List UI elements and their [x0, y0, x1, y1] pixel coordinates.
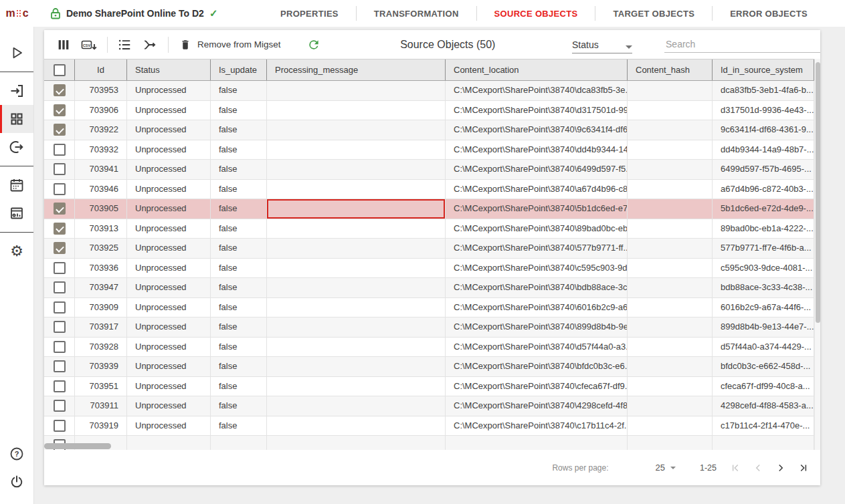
- cell-processing-message: [267, 199, 446, 219]
- row-checkbox[interactable]: [54, 420, 66, 432]
- row-checkbox[interactable]: [54, 163, 66, 175]
- row-checkbox-cell[interactable]: [44, 120, 75, 140]
- row-checkbox[interactable]: [54, 183, 66, 195]
- last-page-button[interactable]: [795, 460, 812, 476]
- row-checkbox[interactable]: [54, 301, 66, 313]
- choose-columns-button[interactable]: [54, 35, 74, 55]
- row-checkbox[interactable]: [54, 321, 66, 333]
- row-checkbox-cell[interactable]: [44, 239, 75, 258]
- table-row[interactable]: 703922 Unprocessed false C:\MCexport\Sha…: [44, 120, 820, 140]
- row-checkbox[interactable]: [54, 144, 66, 156]
- status-filter-select[interactable]: Status: [572, 36, 632, 53]
- next-page-button[interactable]: [773, 460, 789, 476]
- select-all-checkbox-cell[interactable]: [44, 59, 75, 80]
- row-checkbox-cell[interactable]: [44, 219, 75, 239]
- row-checkbox[interactable]: [54, 104, 66, 116]
- row-checkbox[interactable]: [54, 400, 66, 412]
- row-checkbox-cell[interactable]: [44, 396, 75, 416]
- column-header-processing-message[interactable]: Processing_message: [267, 59, 446, 80]
- table-row[interactable]: 703953 Unprocessed false C:\MCexport\Sha…: [44, 81, 820, 101]
- search-input[interactable]: [664, 36, 820, 53]
- table-row[interactable]: 703913 Unprocessed false C:\MCexport\Sha…: [44, 219, 820, 239]
- table-row[interactable]: 703919 Unprocessed false C:\MCexport\Sha…: [44, 416, 820, 436]
- list-view-button[interactable]: [114, 35, 134, 55]
- cell-status: Unprocessed: [127, 298, 211, 318]
- column-header-content-location[interactable]: Content_location: [446, 59, 628, 80]
- row-checkbox[interactable]: [54, 203, 66, 215]
- table-row[interactable]: 703947 Unprocessed false C:\MCexport\Sha…: [44, 278, 820, 298]
- tab-transformation[interactable]: TRANSFORMATION: [357, 9, 476, 19]
- row-checkbox[interactable]: [54, 84, 66, 96]
- row-checkbox-cell[interactable]: [44, 140, 75, 160]
- row-checkbox-cell[interactable]: [44, 416, 75, 436]
- table-row[interactable]: 703928 Unprocessed false C:\MCexport\Sha…: [44, 338, 820, 358]
- power-icon: [9, 474, 25, 490]
- sidebar-item-run[interactable]: [0, 39, 33, 67]
- select-all-checkbox[interactable]: [54, 64, 66, 76]
- row-checkbox-cell[interactable]: [44, 298, 75, 318]
- table-row[interactable]: 703905 Unprocessed false C:\MCexport\Sha…: [44, 199, 820, 219]
- table-row[interactable]: 703917 Unprocessed false C:\MCexport\Sha…: [44, 318, 820, 338]
- sidebar-item-import[interactable]: [0, 77, 33, 105]
- table-row[interactable]: 703941 Unprocessed false C:\MCexport\Sha…: [44, 160, 820, 180]
- column-header-is-update[interactable]: Is_update: [211, 59, 267, 80]
- refresh-button[interactable]: [304, 35, 324, 55]
- sidebar-item-help[interactable]: ?: [0, 440, 33, 468]
- csv-export-button[interactable]: CSV: [79, 35, 99, 55]
- row-checkbox[interactable]: [54, 380, 66, 392]
- table-row[interactable]: [44, 436, 820, 450]
- vertical-scrollbar[interactable]: [814, 59, 820, 450]
- row-checkbox[interactable]: [54, 360, 66, 372]
- tab-source-objects[interactable]: SOURCE OBJECTS: [477, 9, 595, 19]
- row-checkbox-cell[interactable]: [44, 377, 75, 396]
- column-header-content-hash[interactable]: Content_hash: [628, 59, 713, 80]
- row-checkbox-cell[interactable]: [44, 101, 75, 120]
- sidebar-item-migsets[interactable]: [0, 105, 33, 133]
- remove-from-migset-button[interactable]: Remove from Migset: [179, 39, 281, 51]
- table-row[interactable]: 703932 Unprocessed false C:\MCexport\Sha…: [44, 140, 820, 160]
- sidebar-item-jobserver[interactable]: [0, 199, 33, 227]
- row-checkbox[interactable]: [54, 281, 66, 293]
- sidebar-item-settings[interactable]: ⚙: [0, 237, 33, 265]
- row-checkbox-cell[interactable]: [44, 318, 75, 337]
- sidebar-item-export[interactable]: [0, 133, 33, 161]
- cell-id: 703906: [75, 101, 127, 120]
- table-row[interactable]: 703939 Unprocessed false C:\MCexport\Sha…: [44, 357, 820, 377]
- row-checkbox-cell[interactable]: [44, 160, 75, 179]
- sidebar-item-logout[interactable]: [0, 468, 33, 496]
- table-row[interactable]: 703911 Unprocessed false C:\MCexport\Sha…: [44, 396, 820, 416]
- table-row[interactable]: 703951 Unprocessed false C:\MCexport\Sha…: [44, 377, 820, 397]
- column-header-id-in-source-system[interactable]: Id_in_source_system: [713, 59, 814, 80]
- column-header-status[interactable]: Status: [127, 59, 211, 80]
- row-checkbox-cell[interactable]: [44, 259, 75, 278]
- sidebar-item-scheduler[interactable]: [0, 171, 33, 199]
- first-page-button[interactable]: [727, 460, 743, 476]
- table-row[interactable]: 703946 Unprocessed false C:\MCexport\Sha…: [44, 180, 820, 200]
- table-row[interactable]: 703906 Unprocessed false C:\MCexport\Sha…: [44, 101, 820, 121]
- row-checkbox-cell[interactable]: [44, 199, 75, 219]
- table-row[interactable]: 703925 Unprocessed false C:\MCexport\Sha…: [44, 239, 820, 259]
- vertical-scrollbar-thumb[interactable]: [816, 62, 820, 323]
- tab-target-objects[interactable]: TARGET OBJECTS: [595, 9, 712, 19]
- row-checkbox-cell[interactable]: [44, 180, 75, 199]
- rows-per-page-select[interactable]: 25: [656, 463, 676, 473]
- table-row[interactable]: 703909 Unprocessed false C:\MCexport\Sha…: [44, 298, 820, 318]
- cell-status: Unprocessed: [127, 377, 211, 396]
- horizontal-scrollbar-thumb[interactable]: [44, 443, 111, 449]
- tab-properties[interactable]: PROPERTIES: [263, 9, 356, 19]
- row-checkbox[interactable]: [54, 124, 66, 136]
- app-logo[interactable]: m c: [0, 0, 34, 27]
- tab-error-objects[interactable]: ERROR OBJECTS: [713, 9, 825, 19]
- row-checkbox[interactable]: [54, 223, 66, 235]
- row-checkbox-cell[interactable]: [44, 81, 75, 100]
- row-checkbox[interactable]: [54, 341, 66, 353]
- row-checkbox[interactable]: [54, 262, 66, 274]
- previous-page-button[interactable]: [750, 460, 766, 476]
- row-checkbox-cell[interactable]: [44, 357, 75, 376]
- row-checkbox-cell[interactable]: [44, 278, 75, 297]
- row-checkbox[interactable]: [54, 242, 66, 254]
- table-row[interactable]: 703936 Unprocessed false C:\MCexport\Sha…: [44, 259, 820, 279]
- row-checkbox-cell[interactable]: [44, 338, 75, 357]
- column-header-id[interactable]: Id: [75, 59, 127, 80]
- merge-button[interactable]: [140, 35, 160, 55]
